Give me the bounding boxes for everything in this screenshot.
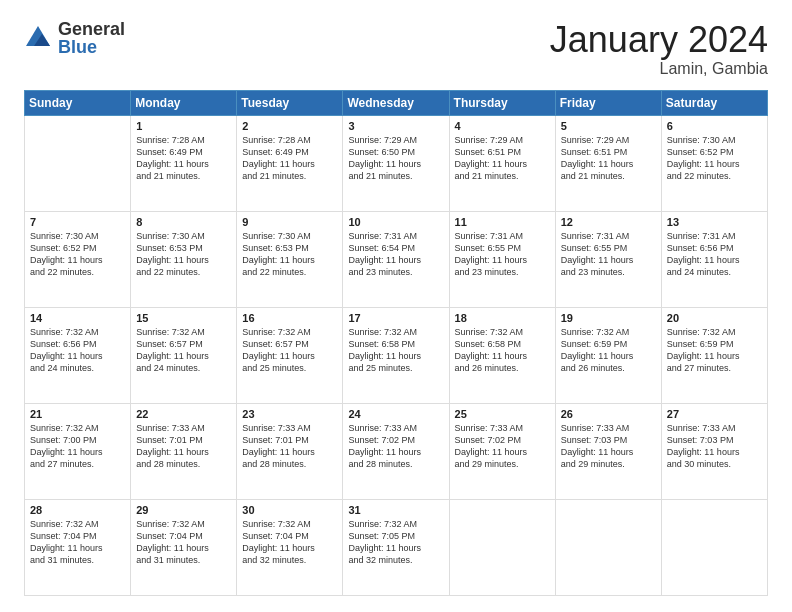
calendar-cell: 22Sunrise: 7:33 AM Sunset: 7:01 PM Dayli… [131,403,237,499]
calendar-cell: 8Sunrise: 7:30 AM Sunset: 6:53 PM Daylig… [131,211,237,307]
day-info: Sunrise: 7:33 AM Sunset: 7:02 PM Dayligh… [348,422,443,471]
calendar-cell: 13Sunrise: 7:31 AM Sunset: 6:56 PM Dayli… [661,211,767,307]
calendar-cell: 7Sunrise: 7:30 AM Sunset: 6:52 PM Daylig… [25,211,131,307]
day-info: Sunrise: 7:33 AM Sunset: 7:02 PM Dayligh… [455,422,550,471]
calendar-table: SundayMondayTuesdayWednesdayThursdayFrid… [24,90,768,596]
day-info: Sunrise: 7:31 AM Sunset: 6:55 PM Dayligh… [561,230,656,279]
day-info: Sunrise: 7:31 AM Sunset: 6:56 PM Dayligh… [667,230,762,279]
calendar-cell: 21Sunrise: 7:32 AM Sunset: 7:00 PM Dayli… [25,403,131,499]
calendar-week-row: 14Sunrise: 7:32 AM Sunset: 6:56 PM Dayli… [25,307,768,403]
day-info: Sunrise: 7:32 AM Sunset: 7:04 PM Dayligh… [242,518,337,567]
day-info: Sunrise: 7:33 AM Sunset: 7:03 PM Dayligh… [561,422,656,471]
day-number: 7 [30,216,125,228]
day-number: 1 [136,120,231,132]
day-number: 4 [455,120,550,132]
calendar-cell [555,499,661,595]
day-info: Sunrise: 7:30 AM Sunset: 6:53 PM Dayligh… [136,230,231,279]
calendar-cell: 31Sunrise: 7:32 AM Sunset: 7:05 PM Dayli… [343,499,449,595]
logo-text: General Blue [58,20,125,56]
day-number: 15 [136,312,231,324]
header: General Blue January 2024 Lamin, Gambia [24,20,768,78]
day-info: Sunrise: 7:31 AM Sunset: 6:55 PM Dayligh… [455,230,550,279]
calendar-cell: 29Sunrise: 7:32 AM Sunset: 7:04 PM Dayli… [131,499,237,595]
calendar-header-tuesday: Tuesday [237,90,343,115]
calendar-cell: 1Sunrise: 7:28 AM Sunset: 6:49 PM Daylig… [131,115,237,211]
calendar-cell: 26Sunrise: 7:33 AM Sunset: 7:03 PM Dayli… [555,403,661,499]
day-number: 14 [30,312,125,324]
calendar-cell: 3Sunrise: 7:29 AM Sunset: 6:50 PM Daylig… [343,115,449,211]
day-number: 20 [667,312,762,324]
logo: General Blue [24,20,125,56]
day-info: Sunrise: 7:32 AM Sunset: 7:05 PM Dayligh… [348,518,443,567]
title-area: January 2024 Lamin, Gambia [550,20,768,78]
calendar-cell: 30Sunrise: 7:32 AM Sunset: 7:04 PM Dayli… [237,499,343,595]
calendar-week-row: 21Sunrise: 7:32 AM Sunset: 7:00 PM Dayli… [25,403,768,499]
day-number: 30 [242,504,337,516]
calendar-cell: 28Sunrise: 7:32 AM Sunset: 7:04 PM Dayli… [25,499,131,595]
calendar-header-monday: Monday [131,90,237,115]
day-info: Sunrise: 7:32 AM Sunset: 6:59 PM Dayligh… [667,326,762,375]
calendar-cell: 15Sunrise: 7:32 AM Sunset: 6:57 PM Dayli… [131,307,237,403]
day-info: Sunrise: 7:29 AM Sunset: 6:50 PM Dayligh… [348,134,443,183]
day-info: Sunrise: 7:30 AM Sunset: 6:53 PM Dayligh… [242,230,337,279]
calendar-cell: 11Sunrise: 7:31 AM Sunset: 6:55 PM Dayli… [449,211,555,307]
day-number: 5 [561,120,656,132]
day-number: 13 [667,216,762,228]
calendar-cell: 10Sunrise: 7:31 AM Sunset: 6:54 PM Dayli… [343,211,449,307]
page: General Blue January 2024 Lamin, Gambia … [0,0,792,612]
calendar-cell: 12Sunrise: 7:31 AM Sunset: 6:55 PM Dayli… [555,211,661,307]
day-number: 12 [561,216,656,228]
calendar-cell: 19Sunrise: 7:32 AM Sunset: 6:59 PM Dayli… [555,307,661,403]
calendar-title: January 2024 [550,20,768,60]
calendar-header-sunday: Sunday [25,90,131,115]
day-number: 31 [348,504,443,516]
day-info: Sunrise: 7:32 AM Sunset: 7:00 PM Dayligh… [30,422,125,471]
day-info: Sunrise: 7:30 AM Sunset: 6:52 PM Dayligh… [667,134,762,183]
calendar-cell: 9Sunrise: 7:30 AM Sunset: 6:53 PM Daylig… [237,211,343,307]
calendar-header-saturday: Saturday [661,90,767,115]
calendar-cell [661,499,767,595]
day-number: 27 [667,408,762,420]
calendar-header-thursday: Thursday [449,90,555,115]
calendar-cell: 14Sunrise: 7:32 AM Sunset: 6:56 PM Dayli… [25,307,131,403]
day-info: Sunrise: 7:28 AM Sunset: 6:49 PM Dayligh… [242,134,337,183]
day-number: 26 [561,408,656,420]
day-info: Sunrise: 7:33 AM Sunset: 7:01 PM Dayligh… [136,422,231,471]
calendar-cell: 24Sunrise: 7:33 AM Sunset: 7:02 PM Dayli… [343,403,449,499]
day-number: 8 [136,216,231,228]
day-info: Sunrise: 7:29 AM Sunset: 6:51 PM Dayligh… [455,134,550,183]
calendar-cell: 18Sunrise: 7:32 AM Sunset: 6:58 PM Dayli… [449,307,555,403]
calendar-week-row: 28Sunrise: 7:32 AM Sunset: 7:04 PM Dayli… [25,499,768,595]
calendar-cell: 16Sunrise: 7:32 AM Sunset: 6:57 PM Dayli… [237,307,343,403]
day-number: 28 [30,504,125,516]
day-number: 23 [242,408,337,420]
calendar-cell [449,499,555,595]
day-number: 21 [30,408,125,420]
calendar-cell: 4Sunrise: 7:29 AM Sunset: 6:51 PM Daylig… [449,115,555,211]
day-number: 6 [667,120,762,132]
calendar-header-wednesday: Wednesday [343,90,449,115]
calendar-header-friday: Friday [555,90,661,115]
calendar-cell: 2Sunrise: 7:28 AM Sunset: 6:49 PM Daylig… [237,115,343,211]
day-info: Sunrise: 7:33 AM Sunset: 7:03 PM Dayligh… [667,422,762,471]
day-number: 18 [455,312,550,324]
day-number: 25 [455,408,550,420]
calendar-cell: 20Sunrise: 7:32 AM Sunset: 6:59 PM Dayli… [661,307,767,403]
day-info: Sunrise: 7:33 AM Sunset: 7:01 PM Dayligh… [242,422,337,471]
calendar-cell: 17Sunrise: 7:32 AM Sunset: 6:58 PM Dayli… [343,307,449,403]
day-number: 22 [136,408,231,420]
day-info: Sunrise: 7:30 AM Sunset: 6:52 PM Dayligh… [30,230,125,279]
day-number: 24 [348,408,443,420]
logo-general: General [58,20,125,38]
calendar-cell: 5Sunrise: 7:29 AM Sunset: 6:51 PM Daylig… [555,115,661,211]
calendar-week-row: 7Sunrise: 7:30 AM Sunset: 6:52 PM Daylig… [25,211,768,307]
logo-blue: Blue [58,38,125,56]
day-info: Sunrise: 7:32 AM Sunset: 6:56 PM Dayligh… [30,326,125,375]
day-info: Sunrise: 7:29 AM Sunset: 6:51 PM Dayligh… [561,134,656,183]
calendar-week-row: 1Sunrise: 7:28 AM Sunset: 6:49 PM Daylig… [25,115,768,211]
day-number: 17 [348,312,443,324]
calendar-cell: 25Sunrise: 7:33 AM Sunset: 7:02 PM Dayli… [449,403,555,499]
day-number: 2 [242,120,337,132]
day-info: Sunrise: 7:32 AM Sunset: 6:57 PM Dayligh… [242,326,337,375]
day-info: Sunrise: 7:32 AM Sunset: 6:59 PM Dayligh… [561,326,656,375]
